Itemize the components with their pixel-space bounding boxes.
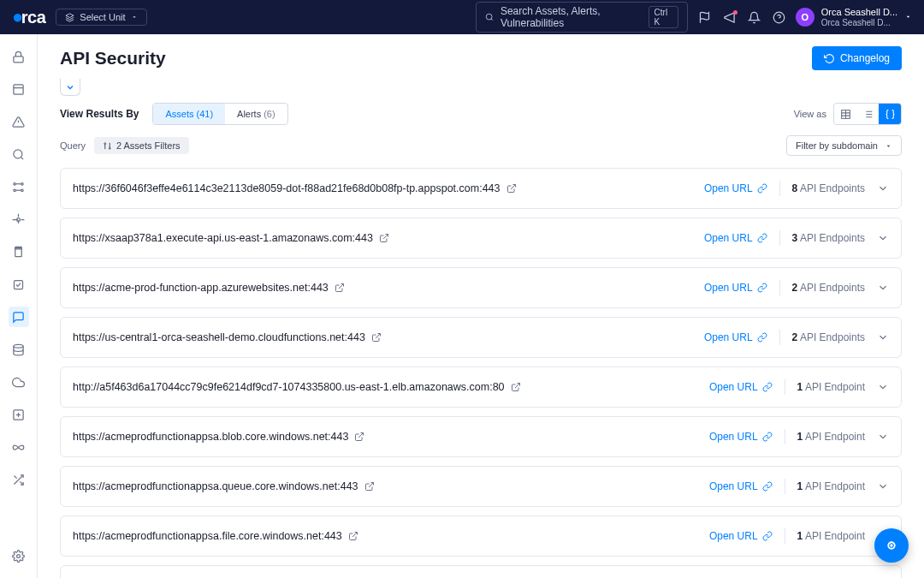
asset-actions: Open URL 8 API Endpoints	[704, 181, 889, 196]
expand-row-button[interactable]	[877, 232, 889, 244]
asset-url: https://acmeprodfunctionappsa.queue.core…	[73, 480, 375, 492]
open-url-link[interactable]: Open URL	[709, 480, 773, 492]
external-link-icon[interactable]	[364, 481, 375, 492]
asset-row[interactable]: https://us-central1-orca-seashell-demo.c…	[60, 317, 902, 358]
changelog-button[interactable]: Changelog	[812, 46, 902, 70]
open-url-link[interactable]: Open URL	[704, 282, 767, 294]
view-json-icon[interactable]	[879, 104, 901, 124]
filter-chip[interactable]: 2 Assets Filters	[94, 137, 189, 154]
external-link-icon[interactable]	[506, 183, 517, 194]
asset-url: https://acmeprodfunctionappsa.file.core.…	[73, 530, 358, 542]
global-search[interactable]: Search Assets, Alerts, Vulnerabilities C…	[476, 2, 688, 33]
endpoint-count: 2 API Endpoints	[792, 282, 865, 294]
view-as-group: View as	[794, 103, 902, 125]
external-link-icon[interactable]	[379, 233, 389, 243]
chat-button[interactable]	[874, 528, 909, 563]
view-as-label: View as	[794, 109, 826, 119]
endpoint-count: 1 API Endpoint	[797, 530, 865, 542]
asset-row[interactable]: http://a5f463d6a17044cc79c9fe6214df9cd7-…	[60, 366, 902, 408]
expand-row-button[interactable]	[877, 480, 889, 492]
open-url-link[interactable]: Open URL	[709, 381, 773, 393]
open-url-link[interactable]: Open URL	[709, 530, 773, 542]
svg-rect-6	[14, 56, 23, 62]
user-menu[interactable]: O Orca Seashell D... Orca Seashell D...	[796, 7, 912, 27]
view-table-icon[interactable]	[834, 104, 856, 124]
svg-point-41	[104, 142, 106, 144]
collapse-toggle[interactable]	[60, 79, 80, 96]
sidebar-item-search[interactable]	[9, 144, 29, 164]
tab-assets[interactable]: Assets (41)	[153, 104, 225, 124]
asset-actions: Open URL 2 API Endpoints	[704, 280, 889, 295]
chevron-down-icon	[877, 282, 889, 294]
history-icon	[824, 53, 835, 64]
expand-row-button[interactable]	[877, 282, 889, 294]
external-link-icon[interactable]	[354, 432, 364, 442]
link-icon	[762, 382, 773, 392]
asset-row[interactable]: https://36f6046f3effe4e6114c3e2113de8059…	[60, 168, 902, 209]
external-link-icon[interactable]	[371, 332, 382, 343]
query-label: Query	[60, 140, 86, 151]
flag-icon[interactable]	[698, 11, 711, 24]
svg-point-11	[14, 149, 22, 158]
chevron-down-icon	[877, 431, 889, 443]
svg-line-45	[511, 185, 516, 190]
sidebar-item-alerts[interactable]	[9, 111, 29, 132]
asset-row[interactable]: https://xsaap378a1.execute-api.us-east-1…	[60, 217, 902, 259]
asset-row[interactable]: https://acme-prod-function-app.azurewebs…	[60, 267, 902, 308]
page-title: API Security	[60, 48, 166, 69]
sidebar-item-data[interactable]	[9, 339, 29, 360]
sidebar-item-settings[interactable]	[9, 545, 29, 566]
expand-row-button[interactable]	[877, 182, 889, 194]
expand-row-button[interactable]	[877, 331, 889, 343]
tab-alerts[interactable]: Alerts (6)	[225, 104, 287, 124]
chevron-down-icon	[877, 480, 889, 492]
sidebar-item-inventory[interactable]	[9, 79, 29, 99]
endpoint-count: 1 API Endpoint	[797, 431, 865, 443]
link-icon	[762, 531, 773, 541]
svg-point-1	[486, 14, 492, 20]
external-link-icon[interactable]	[348, 531, 358, 541]
sidebar-item-shield[interactable]	[9, 209, 29, 229]
svg-point-42	[109, 147, 110, 149]
external-link-icon[interactable]	[511, 382, 521, 392]
view-icons	[833, 103, 902, 125]
open-url-link[interactable]: Open URL	[709, 431, 773, 443]
asset-url: https://us-central1-orca-seashell-demo.c…	[73, 331, 382, 343]
open-url-link[interactable]: Open URL	[704, 331, 767, 343]
svg-line-51	[369, 483, 374, 488]
svg-line-12	[21, 157, 23, 159]
sidebar-item-infinity[interactable]	[9, 437, 29, 457]
view-list-icon[interactable]	[856, 104, 879, 124]
sidebar-item-checklist[interactable]	[9, 274, 29, 295]
svg-point-16	[21, 189, 24, 192]
help-icon[interactable]	[773, 11, 785, 24]
endpoint-count: 2 API Endpoints	[792, 331, 865, 343]
bell-icon[interactable]	[748, 11, 761, 24]
svg-rect-22	[15, 280, 23, 289]
sidebar-item-add[interactable]	[9, 404, 29, 425]
open-url-link[interactable]: Open URL	[704, 232, 767, 244]
asset-row[interactable]: https://acmeprodfunctionappsa.dfs.core.w…	[60, 565, 902, 578]
expand-row-button[interactable]	[877, 431, 889, 443]
asset-actions: Open URL 2 API Endpoints	[704, 330, 889, 345]
sidebar-item-cloud[interactable]	[9, 372, 29, 392]
sidebar-item-compliance[interactable]	[9, 241, 29, 262]
brand-logo[interactable]: ●rca	[12, 6, 45, 28]
asset-row[interactable]: https://acmeprodfunctionappsa.blob.core.…	[60, 416, 902, 457]
sidebar-item-api-security[interactable]	[9, 307, 29, 327]
external-link-icon[interactable]	[335, 283, 345, 293]
view-results-label: View Results By	[60, 108, 139, 120]
link-icon	[762, 432, 773, 442]
expand-row-button[interactable]	[877, 381, 889, 393]
asset-row[interactable]: https://acmeprodfunctionappsa.file.core.…	[60, 515, 902, 557]
sidebar-item-graph[interactable]	[9, 176, 29, 197]
asset-actions: Open URL 1 API Endpoint	[709, 429, 889, 444]
announce-icon[interactable]	[723, 11, 736, 24]
unit-select-button[interactable]: Select Unit	[56, 9, 146, 26]
sidebar-item-shuffle[interactable]	[9, 469, 29, 490]
sidebar-item-secrets[interactable]	[9, 46, 29, 67]
open-url-link[interactable]: Open URL	[704, 182, 767, 194]
asset-row[interactable]: https://acmeprodfunctionappsa.queue.core…	[60, 466, 902, 507]
filter-subdomain-select[interactable]: Filter by subdomain	[786, 135, 902, 156]
tab-group: Assets (41) Alerts (6)	[152, 103, 287, 125]
